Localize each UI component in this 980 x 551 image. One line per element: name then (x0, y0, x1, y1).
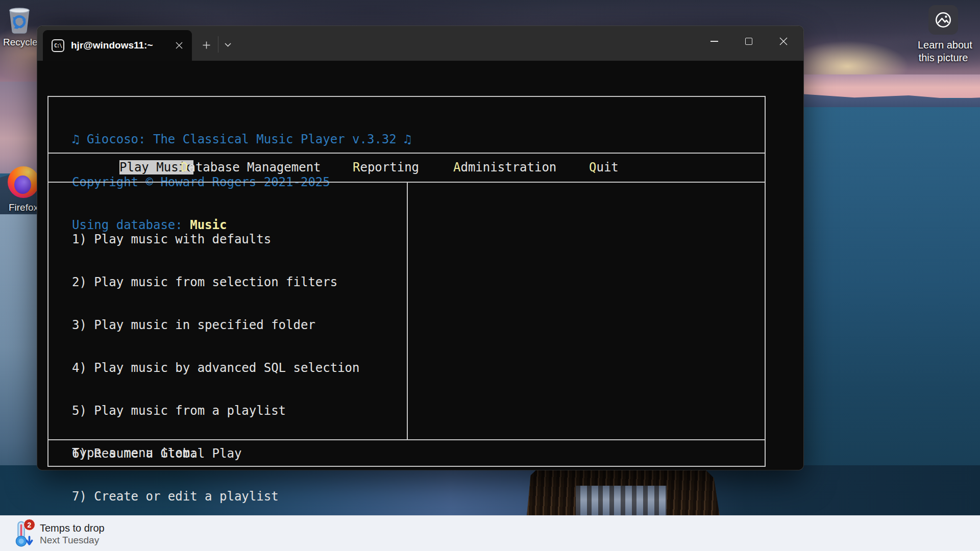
terminal-window: C:\ hjr@windows11:~ (37, 26, 803, 470)
taskbar: 2 Temps to drop Next Tuesday (0, 515, 980, 551)
weather-widget[interactable]: 2 Temps to drop Next Tuesday (10, 519, 143, 548)
terminal-titlebar[interactable]: C:\ hjr@windows11:~ (37, 26, 803, 61)
new-tab-button[interactable] (197, 35, 216, 55)
giocoso-tui-frame: ♫ Giocoso: The Classical Music Player v.… (47, 96, 766, 467)
menubar-database-management: Database Management (181, 160, 321, 174)
minimize-icon (710, 41, 718, 42)
new-tab-icon (203, 41, 210, 49)
maximize-icon (745, 38, 752, 45)
wallpaper-gate-light (576, 486, 667, 516)
tab-separator (218, 36, 218, 53)
menubar-administration: Administration (453, 160, 556, 174)
close-icon (176, 42, 183, 49)
menu-item-2: 2) Play music from selection filters (72, 275, 374, 289)
desktop-icon-picture-info[interactable]: Learn about this picture (918, 5, 969, 64)
menu-item-1: 1) Play music with defaults (72, 232, 374, 246)
tab-close-button[interactable] (172, 38, 187, 53)
menu-item-7: 7) Create or edit a playlist (72, 489, 374, 504)
prompt-divider (48, 439, 765, 440)
firefox-icon (8, 166, 39, 198)
weather-subline: Next Tuesday (40, 534, 105, 546)
picture-info-tile (928, 5, 958, 35)
desktop-screen: Recycle Bin Firefox Learn about this pic… (0, 0, 980, 551)
column-divider (407, 183, 408, 439)
menubar-quit: Quit (589, 160, 619, 174)
minimize-button[interactable] (702, 26, 726, 57)
weather-headline: Temps to drop (40, 522, 105, 534)
picture-info-label-1: Learn about (918, 39, 969, 52)
weather-alert-badge: 2 (23, 519, 35, 531)
menu-item-3: 3) Play music in specified folder (72, 318, 374, 332)
tab-title: hjr@windows11:~ (71, 40, 172, 51)
app-title: ♫ Giocoso: The Classical Music Player v.… (72, 132, 411, 146)
tab-dropdown-button[interactable] (219, 35, 236, 55)
picture-info-icon (933, 10, 953, 30)
weather-icon-wrap: 2 (10, 520, 35, 547)
window-close-icon (779, 37, 788, 45)
cmd-icon: C:\ (52, 39, 64, 52)
terminal-screen[interactable]: ♫ Giocoso: The Classical Music Player v.… (37, 61, 803, 470)
picture-info-label-2: this picture (918, 52, 969, 64)
menu-item-5: 5) Play music from a playlist (72, 404, 374, 418)
maximize-button[interactable] (737, 26, 761, 57)
recycle-bin-icon (3, 3, 36, 37)
play-music-menu: 1) Play music with defaults 2) Play musi… (72, 204, 374, 551)
window-close-button[interactable] (772, 26, 795, 57)
terminal-tab[interactable]: C:\ hjr@windows11:~ (43, 30, 192, 61)
menu-item-4: 4) Play music by advanced SQL selection (72, 361, 374, 375)
menubar-reporting: Reporting (353, 160, 419, 174)
chevron-down-icon (225, 43, 231, 47)
header-divider (48, 153, 765, 154)
menu-prompt: Type a menu item: (72, 446, 198, 460)
weather-texts: Temps to drop Next Tuesday (40, 522, 105, 546)
